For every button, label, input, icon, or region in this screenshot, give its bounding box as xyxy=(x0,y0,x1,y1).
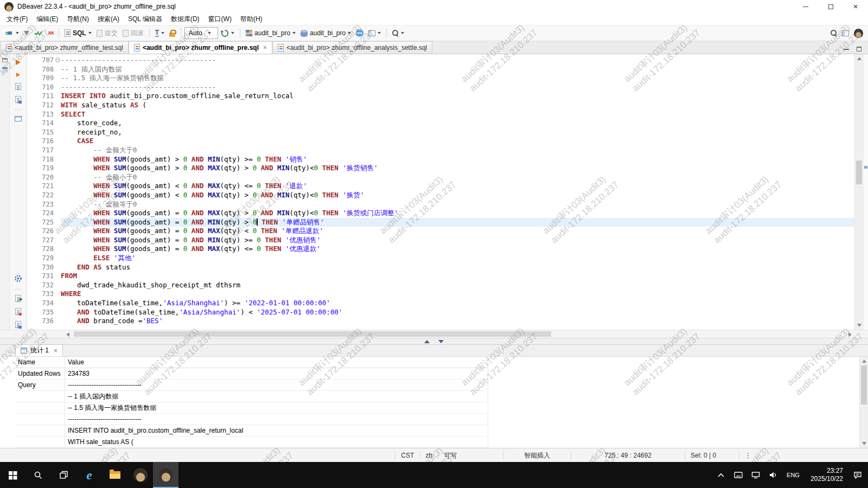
overview-marker[interactable] xyxy=(864,166,867,169)
fold-marker[interactable]: − xyxy=(55,57,60,62)
code-line[interactable]: dwd_trade_hkaudit_shop_receipt_mt dthsrm xyxy=(61,281,854,290)
code-line[interactable]: -- 金额小于0 xyxy=(61,173,854,182)
vertical-scroll-thumb[interactable] xyxy=(856,160,862,184)
volume-button[interactable] xyxy=(765,462,781,488)
tray-expand-button[interactable] xyxy=(713,462,729,488)
tab-zhumr-offline-test[interactable]: <audit_bi_pro> zhumr_offline_test.sql xyxy=(1,41,129,54)
code-line[interactable]: receipt_no, xyxy=(61,128,854,137)
stats-row[interactable]: WITH sale_status AS ( xyxy=(15,436,488,448)
perspective-button[interactable] xyxy=(840,27,851,40)
outline-view-icon[interactable] xyxy=(2,67,8,73)
code-line[interactable]: WHEN SUM(goods_amt) < 0 AND MAX(qty) > 0… xyxy=(61,191,854,200)
code-line[interactable]: AND toDateTime(sale_time,'Asia/Shanghai'… xyxy=(61,308,854,317)
close-tab-icon[interactable]: × xyxy=(263,44,267,52)
execute-script-button[interactable] xyxy=(16,71,20,79)
vertical-scrollbar[interactable] xyxy=(854,54,863,330)
horizontal-scroll-thumb[interactable] xyxy=(74,331,551,337)
status-overflow-dots[interactable]: ⋮ xyxy=(739,451,757,460)
status-writable[interactable]: 可写 xyxy=(438,451,503,460)
dbeaver-logo-button[interactable] xyxy=(852,27,865,40)
autocommit-lock-button[interactable] xyxy=(167,27,177,40)
scroll-down-arrow[interactable] xyxy=(857,324,861,327)
code-line[interactable]: WITH sale_status AS ( xyxy=(61,101,854,110)
panel-scroll-thumb[interactable] xyxy=(861,365,867,404)
code-line[interactable]: WHEN SUM(goods_amt) = 0 AND MAX(qty) <= … xyxy=(61,245,854,254)
save-log-button[interactable] xyxy=(15,308,21,317)
code-line[interactable]: -------------------------------------- xyxy=(61,83,854,92)
close-window-button[interactable]: × xyxy=(843,0,868,13)
code-line[interactable]: END AS status xyxy=(61,263,854,272)
minimize-window-button[interactable] xyxy=(793,0,818,13)
rollback-button[interactable]: 回滚 xyxy=(120,27,146,40)
commit-button[interactable]: 提交 xyxy=(94,27,120,40)
scroll-down-arrow[interactable] xyxy=(862,442,866,445)
taskbar-search-button[interactable] xyxy=(25,462,51,488)
schema-selector[interactable]: audit_bi_pro xyxy=(298,27,353,40)
tab-zhumr-offline-analysis-settle[interactable]: <audit_bi_pro> zhumr_offline_analysis_se… xyxy=(272,41,432,54)
code-line[interactable]: store_code, xyxy=(61,119,854,128)
menu-file[interactable]: 文件(F) xyxy=(2,14,32,25)
maximize-view-icon[interactable] xyxy=(857,47,861,52)
scroll-left-arrow[interactable] xyxy=(66,332,69,337)
restore-view-icon[interactable] xyxy=(2,58,8,62)
export-result-button[interactable] xyxy=(15,295,21,304)
toggle-output-panel-button[interactable] xyxy=(15,115,22,123)
rail-overflow-dots[interactable]: ··· xyxy=(15,288,22,291)
taskbar-clock[interactable]: 23:27 2025/10/22 xyxy=(805,467,848,483)
menu-window[interactable]: 窗口(W) xyxy=(204,14,236,25)
code-line[interactable]: WHEN SUM(goods_amt) > 0 AND MAX(qty) > 0… xyxy=(61,164,854,173)
code-line[interactable]: AND brand_code ='BES' xyxy=(61,317,854,326)
explain-plan-button[interactable] xyxy=(15,83,21,92)
search-metadata-button[interactable] xyxy=(390,27,406,40)
code-line[interactable]: INSERT INTO audit_bi_pro.custom_offline_… xyxy=(61,92,854,101)
start-button[interactable] xyxy=(0,462,25,488)
action-center-button[interactable] xyxy=(850,462,866,488)
fetch-next-button[interactable] xyxy=(22,27,31,40)
network-globe-button[interactable] xyxy=(354,27,366,40)
stats-row[interactable]: ---------------------------------- xyxy=(15,414,488,425)
tab-statistics[interactable]: 统计 1 × xyxy=(15,344,63,356)
scroll-up-arrow[interactable] xyxy=(857,57,861,60)
editor-settings-button[interactable] xyxy=(14,274,22,284)
stats-row[interactable]: Updated Rows234783 xyxy=(15,368,488,380)
code-line[interactable]: WHERE xyxy=(61,290,854,299)
stats-row[interactable]: -- 1 插入国内数据 xyxy=(15,391,488,402)
maximize-window-button[interactable] xyxy=(818,0,843,13)
code-line[interactable]: WHEN SUM(goods_amt) = 0 AND MIN(qty) > 0… xyxy=(61,218,854,227)
database-selector[interactable]: audit_bi_pro xyxy=(244,27,298,40)
status-caret-position[interactable]: 725 : 49 : 24692 xyxy=(571,451,685,460)
scroll-right-arrow[interactable] xyxy=(848,332,852,337)
new-connection-button[interactable] xyxy=(3,27,21,40)
code-line[interactable]: WHEN SUM(goods_amt) = 0 AND MAX(qty) > 0… xyxy=(61,209,854,218)
status-language[interactable]: zh xyxy=(419,451,438,460)
open-grid-button[interactable] xyxy=(15,321,21,330)
connect-button[interactable] xyxy=(32,27,45,40)
stats-row[interactable]: -- 1.5 插入海一家换货销售数据 xyxy=(15,402,488,414)
stats-row[interactable]: INSERT INTO audit_bi_pro.custom_offline_… xyxy=(15,425,488,436)
code-line[interactable]: WHEN SUM(goods_amt) = 0 AND MAX(qty) < 0… xyxy=(61,227,854,236)
code-line[interactable]: toDateTime(sale_time,'Asia/Shanghai') >=… xyxy=(61,299,854,308)
code-line[interactable]: FROM xyxy=(61,272,854,281)
stats-row[interactable]: Query---------------------------------- xyxy=(15,380,488,391)
rail-overflow-dots[interactable]: ··· xyxy=(15,109,22,111)
query-plan-button[interactable] xyxy=(15,96,21,105)
menu-edit[interactable]: 编辑(E) xyxy=(32,14,62,25)
query-history-button[interactable] xyxy=(219,27,237,40)
menu-navigate[interactable]: 导航(N) xyxy=(62,14,93,25)
tab-zhumr-offline-pre[interactable]: <audit_bi_pro> zhumr_offline_pre.sql × xyxy=(129,41,272,54)
input-language[interactable]: ENG xyxy=(782,472,804,478)
minimize-view-icon[interactable] xyxy=(844,49,849,50)
quick-search-button[interactable] xyxy=(828,27,839,40)
internet-explorer-button[interactable]: e xyxy=(76,462,102,488)
overview-ruler[interactable] xyxy=(863,54,868,330)
sash-expand-icon[interactable] xyxy=(424,340,430,343)
network-button[interactable] xyxy=(748,462,764,488)
menu-search[interactable]: 搜索(A) xyxy=(93,14,124,25)
code-line[interactable]: -- 金额大于0 xyxy=(61,146,854,155)
scroll-up-arrow[interactable] xyxy=(862,359,866,363)
code-line[interactable]: ELSE '其他' xyxy=(61,254,854,263)
close-panel-tab-icon[interactable]: × xyxy=(54,347,58,355)
file-explorer-button[interactable] xyxy=(102,462,127,488)
touch-keyboard-button[interactable] xyxy=(730,462,746,488)
code-line[interactable]: WHEN SUM(goods_amt) = 0 AND MIN(qty) >= … xyxy=(61,236,854,245)
